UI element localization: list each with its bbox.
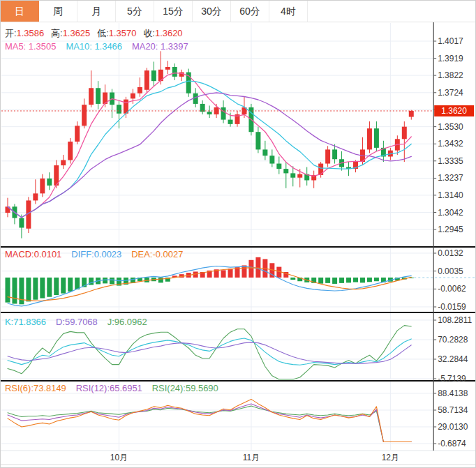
candle	[82, 105, 87, 126]
ohlc-label: 高:	[51, 28, 63, 38]
tab-month[interactable]: 月	[77, 1, 116, 22]
macd-bar	[26, 278, 31, 301]
macd-bar	[221, 270, 226, 278]
ohlc-value: 1.3620	[155, 28, 183, 38]
macd-info-row: MACD:0.0101DIFF:0.0023DEA:-0.0027	[5, 249, 183, 259]
main-axis-tick-label: 1.3042	[438, 208, 463, 218]
tab-5min[interactable]: 5分	[116, 1, 154, 22]
main-axis-tick-label: 1.3822	[438, 70, 463, 80]
candle	[137, 87, 142, 93]
candle	[297, 174, 302, 178]
macd-bar	[68, 278, 73, 292]
macd_panel-axis-tick-label: 0.0132	[438, 248, 463, 258]
macd-bar	[61, 278, 66, 294]
kdj-info-row-item: J:96.0962	[107, 317, 147, 327]
candle	[117, 105, 121, 114]
ohlc-label: 低:	[96, 28, 109, 38]
macd-bar	[367, 278, 372, 282]
macd-info-row-item: DIFF:0.0023	[71, 249, 121, 259]
ohlc-value: 1.3586	[17, 28, 45, 38]
tab-week[interactable]: 周	[39, 1, 77, 22]
macd-bar	[47, 278, 52, 297]
candle	[61, 160, 66, 166]
macd-bar	[353, 278, 358, 282]
main-axis-tick-label: 1.3530	[438, 122, 463, 132]
main-axis-tick-label: 1.2945	[438, 225, 463, 234]
macd-bar	[318, 278, 323, 284]
macd-bar	[346, 278, 351, 282]
macd-bar	[360, 278, 365, 282]
rsi-info-row: RSI(6):73.8149RSI(12):65.6951RSI(24):59.…	[5, 383, 218, 393]
kdj-info-row: K:71.8366D:59.7068J:96.0962	[5, 317, 147, 327]
ma-info-row-item: MA5: 1.3505	[5, 41, 56, 52]
ohlc-info-row: 开:1.3586高:1.3625低:1.3570收:1.3620	[5, 28, 183, 38]
rsi_panel-axis-tick-label: 88.4138	[438, 388, 468, 398]
ma-info-row: MA5: 1.3505MA10: 1.3466MA20: 1.3397	[5, 41, 188, 52]
ohlc-value: 1.3570	[109, 28, 137, 38]
macd_panel-axis-tick-label: -0.0159	[438, 302, 466, 312]
ma-info-row-item: MA20: 1.3397	[132, 41, 188, 52]
macd-bar	[12, 278, 17, 304]
rsi-info-row-item: RSI(24):59.5690	[152, 383, 218, 393]
candle	[276, 164, 281, 169]
rsi24-line	[8, 406, 411, 441]
candle	[283, 169, 288, 173]
rsi_panel-axis-tick-label: 29.0130	[438, 422, 468, 432]
tab-30min[interactable]: 30分	[193, 1, 231, 22]
macd-bar	[255, 257, 260, 278]
candle	[96, 88, 101, 104]
macd-bar	[33, 278, 38, 300]
tab-60min[interactable]: 60分	[231, 1, 269, 22]
rsi_panel-axis-tick-label: 58.7134	[438, 405, 468, 415]
candle	[165, 67, 170, 70]
main-axis-tick-label: 1.3140	[438, 190, 463, 200]
candle	[144, 70, 149, 90]
candle	[402, 127, 407, 139]
macd-bar	[228, 269, 233, 278]
macd-bar	[158, 278, 163, 282]
date-axis-label: 11月	[243, 453, 260, 462]
macd_panel-axis-tick-label: -0.0062	[438, 284, 466, 294]
rsi_panel-axis-tick-label: -0.6874	[438, 439, 466, 448]
kdj-info-row-item: K:71.8366	[5, 317, 46, 327]
macd-bar	[54, 278, 59, 295]
candle	[68, 142, 73, 160]
macd-bar	[248, 260, 253, 278]
candle	[367, 128, 372, 149]
macd-bar	[241, 265, 246, 277]
kdj_panel-axis-tick-label: -5.7139	[438, 374, 466, 384]
candle	[131, 93, 135, 99]
macd_panel-axis-tick-label: 0.0035	[438, 266, 463, 276]
macd-bar	[103, 278, 107, 283]
kdj_panel-axis-tick-label: 32.2844	[438, 354, 468, 364]
macd-bar	[374, 278, 379, 281]
ma-info-row-item: MA10: 1.3466	[66, 41, 122, 52]
chart-canvas[interactable]: 1.40171.39191.38221.37241.35301.34321.33…	[1, 22, 475, 468]
tab-4hour[interactable]: 4时	[269, 1, 308, 22]
chart-app: 日周月5分15分30分60分4时 1.40171.39191.38221.372…	[0, 0, 476, 468]
macd-bar	[40, 278, 45, 299]
candle	[151, 70, 156, 81]
candle	[325, 149, 330, 163]
macd-bar	[75, 278, 80, 289]
candle	[228, 120, 233, 124]
candle	[40, 179, 45, 193]
candle	[47, 179, 52, 186]
macd-info-row-item: DEA:-0.0027	[131, 249, 183, 259]
candle	[33, 193, 38, 200]
macd-bar	[332, 278, 337, 284]
candle	[269, 156, 274, 163]
date-axis-label: 12月	[382, 453, 399, 462]
candle	[75, 126, 80, 142]
main-axis-tick-label: 1.4017	[438, 36, 463, 46]
candle	[221, 107, 226, 120]
tab-15min[interactable]: 15分	[154, 1, 193, 22]
macd-bar	[339, 278, 344, 283]
main-axis-tick-label: 1.3237	[438, 173, 463, 183]
ohlc-label: 收:	[143, 28, 155, 38]
tab-day[interactable]: 日	[1, 1, 39, 22]
macd-bar	[5, 278, 10, 303]
macd-bar	[290, 278, 295, 280]
kdj-info-row-item: D:59.7068	[56, 317, 98, 327]
main-axis-tick-label: 1.3919	[438, 54, 463, 63]
